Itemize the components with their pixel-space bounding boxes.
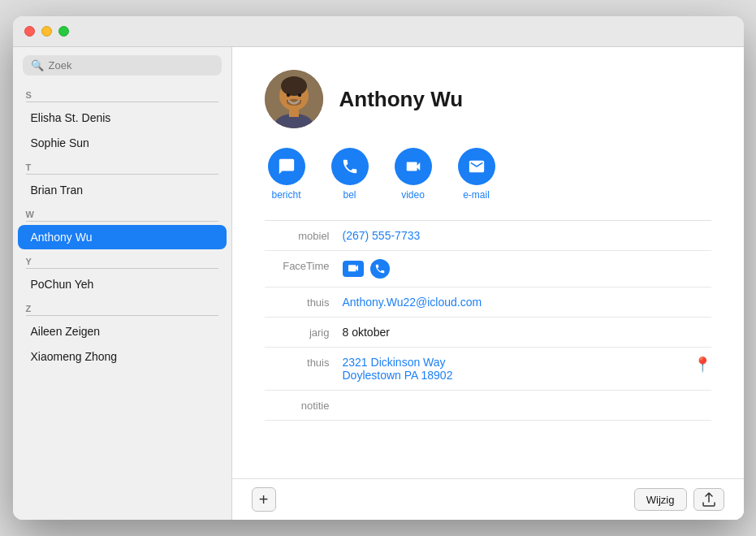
fields-section: mobiel (267) 555-7733 FaceTime (265, 220, 711, 421)
search-wrap[interactable]: 🔍 (23, 55, 222, 76)
field-row-note: notitie (265, 391, 711, 421)
field-row-home-email: thuis Anthony.Wu22@icloud.com (265, 287, 711, 318)
add-button[interactable]: + (252, 487, 276, 512)
email-icon (458, 148, 495, 185)
video-label: video (401, 189, 425, 201)
traffic-lights (24, 26, 69, 37)
sidebar: 🔍 S Elisha St. Denis Sophie Sun T Brian … (13, 47, 232, 520)
video-icon (395, 148, 432, 185)
title-bar (13, 16, 744, 47)
divider-s (26, 102, 218, 102)
address-content: 2321 Dickinson WayDoylestown PA 18902 📍 (343, 356, 711, 382)
message-icon (268, 148, 305, 185)
field-label-mobile: mobiel (265, 229, 330, 242)
field-label-home-email: thuis (265, 296, 330, 309)
detail-panel: Anthony Wu bericht (232, 47, 744, 520)
contact-item-xiaomeng[interactable]: Xiaomeng Zhong (18, 344, 227, 369)
divider-z (26, 315, 218, 316)
email-button[interactable]: e-mail (458, 148, 495, 201)
facetime-icons (343, 259, 390, 279)
section-header-y: Y (13, 250, 231, 268)
contact-item-brian[interactable]: Brian Tran (18, 178, 227, 202)
facetime-phone-icon[interactable] (370, 259, 390, 279)
call-icon (331, 148, 369, 185)
maximize-button[interactable] (58, 26, 69, 37)
edit-button[interactable]: Wijzig (634, 488, 687, 511)
svg-point-5 (287, 99, 301, 106)
section-header-w: W (13, 203, 231, 221)
field-label-facetime: FaceTime (265, 259, 330, 272)
svg-rect-7 (289, 109, 299, 117)
contact-list: S Elisha St. Denis Sophie Sun T Brian Tr… (13, 84, 231, 520)
field-value-address[interactable]: 2321 Dickinson WayDoylestown PA 18902 (343, 356, 687, 382)
contact-header: Anthony Wu (265, 70, 711, 128)
contact-item-elisha[interactable]: Elisha St. Denis (18, 106, 227, 130)
detail-content: Anthony Wu bericht (232, 47, 744, 478)
contact-name: Anthony Wu (339, 87, 464, 112)
contact-item-pochun[interactable]: PoChun Yeh (18, 272, 227, 296)
bottom-bar: + Wijzig (232, 478, 744, 520)
call-button[interactable]: bel (331, 148, 369, 201)
search-icon: 🔍 (31, 59, 44, 71)
facetime-video-icon[interactable] (343, 261, 364, 277)
video-button[interactable]: video (395, 148, 432, 201)
divider-w (26, 221, 218, 222)
field-row-facetime: FaceTime (265, 251, 711, 287)
field-value-home-email[interactable]: Anthony.Wu22@icloud.com (343, 296, 711, 309)
main-content: 🔍 S Elisha St. Denis Sophie Sun T Brian … (13, 47, 744, 520)
action-buttons: bericht bel (268, 148, 711, 201)
right-buttons: Wijzig (634, 488, 724, 511)
message-button[interactable]: bericht (268, 148, 305, 201)
section-header-z: Z (13, 297, 231, 315)
section-header-t: T (13, 156, 231, 174)
field-value-birthday: 8 oktober (343, 326, 711, 339)
field-row-address: thuis 2321 Dickinson WayDoylestown PA 18… (265, 348, 711, 391)
section-header-s: S (13, 84, 231, 102)
search-input[interactable] (49, 59, 214, 71)
email-label: e-mail (463, 189, 490, 201)
avatar (265, 70, 323, 128)
field-value-mobile[interactable]: (267) 555-7733 (343, 229, 711, 242)
divider-y (26, 268, 218, 269)
field-row-mobile: mobiel (267) 555-7733 (265, 221, 711, 251)
message-label: bericht (271, 189, 300, 201)
contact-item-anthony[interactable]: Anthony Wu (18, 225, 227, 249)
svg-point-3 (286, 93, 289, 97)
minimize-button[interactable] (41, 26, 52, 37)
share-button[interactable] (693, 488, 724, 511)
svg-point-2 (281, 76, 307, 96)
call-label: bel (343, 189, 356, 201)
main-window: 🔍 S Elisha St. Denis Sophie Sun T Brian … (13, 16, 744, 520)
close-button[interactable] (24, 26, 35, 37)
svg-point-4 (297, 93, 300, 97)
contact-item-aileen[interactable]: Aileen Zeigen (18, 319, 227, 344)
field-label-note: notitie (265, 399, 330, 412)
field-row-birthday: jarig 8 oktober (265, 318, 711, 348)
divider-t (26, 174, 218, 175)
search-container: 🔍 (13, 47, 231, 84)
contact-item-sophie[interactable]: Sophie Sun (18, 131, 227, 155)
field-label-address: thuis (265, 356, 330, 369)
maps-pin-icon[interactable]: 📍 (693, 356, 711, 374)
field-label-birthday: jarig (265, 326, 330, 339)
